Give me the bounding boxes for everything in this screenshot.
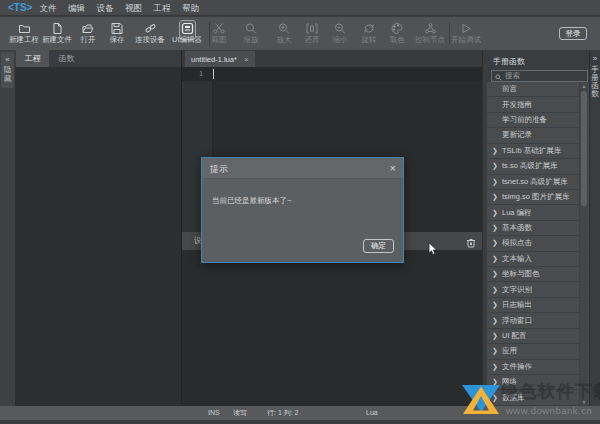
toolbar-button-start-debug[interactable]: 开始调试 bbox=[451, 21, 481, 44]
manual-panel: 手册函数 搜索 前言开发指南学习前的准备更新记录❯TSLib 基础扩展库❯ts.… bbox=[482, 50, 589, 406]
menu-item-4[interactable]: 工程 bbox=[153, 0, 170, 16]
ui-editor-icon bbox=[172, 21, 202, 34]
manual-list-item-7[interactable]: ❯tsimg.so 图片扩展库 bbox=[487, 190, 590, 205]
manual-scrollbar[interactable]: ▲ ▼ bbox=[579, 82, 588, 406]
manual-list-item-16[interactable]: ❯UI 配置 bbox=[487, 329, 590, 344]
toolbar-button-label: 打开 bbox=[81, 35, 96, 44]
manual-list-item-label: tsimg.so 图片扩展库 bbox=[502, 192, 570, 202]
chevron-right-icon: ❯ bbox=[492, 347, 498, 355]
toolbar-button-zoom-in[interactable]: 放大 bbox=[277, 21, 292, 44]
manual-list-item-17[interactable]: ❯应用 bbox=[487, 344, 590, 359]
chevron-right-icon: ❯ bbox=[492, 178, 498, 186]
manual-list-item-label: TSLib 基础扩展库 bbox=[502, 146, 561, 156]
manual-list-item-8[interactable]: ❯Lua 编程 bbox=[487, 205, 590, 220]
collapse-left-panel-button[interactable]: « 隐藏 bbox=[1, 52, 14, 88]
menu-item-2[interactable]: 设备 bbox=[96, 0, 113, 16]
chevron-right-icon: ❯ bbox=[492, 317, 498, 325]
manual-list: 前言开发指南学习前的准备更新记录❯TSLib 基础扩展库❯ts.so 高级扩展库… bbox=[487, 82, 590, 406]
new-file-icon bbox=[42, 21, 72, 34]
toolbar-button-restore[interactable]: 还原 bbox=[305, 21, 320, 44]
save-icon bbox=[110, 21, 125, 34]
scrollbar-thumb[interactable] bbox=[581, 91, 587, 206]
update-dialog: 提示 × 当前已经是最新版本了~ 确定 bbox=[201, 157, 404, 263]
open-icon bbox=[81, 21, 96, 34]
toolbar-button-label: 新建文件 bbox=[42, 35, 72, 44]
dialog-ok-button[interactable]: 确定 bbox=[363, 239, 394, 253]
toolbar-button-zoom[interactable]: 缩放 bbox=[244, 21, 259, 44]
toolbar-button-zoom-out[interactable]: 缩小 bbox=[333, 21, 348, 44]
screenshot-icon bbox=[212, 21, 227, 34]
menu-item-0[interactable]: 文件 bbox=[39, 0, 56, 16]
login-button[interactable]: 登录 bbox=[559, 27, 587, 40]
manual-list-item-3[interactable]: 更新记录 bbox=[487, 128, 590, 143]
manual-list-item-label: 日志输出 bbox=[502, 300, 532, 310]
toolbar-button-label: 截图 bbox=[212, 35, 227, 44]
manual-list-item-6[interactable]: ❯tsnet.so 高级扩展库 bbox=[487, 175, 590, 190]
close-tab-icon[interactable]: × bbox=[244, 55, 249, 64]
watermark-logo bbox=[461, 382, 501, 420]
project-panel-tab-0[interactable]: 工程 bbox=[16, 50, 49, 67]
toolbar-button-new-file[interactable]: 新建文件 bbox=[42, 21, 72, 44]
toolbar-button-screenshot[interactable]: 截图 bbox=[212, 21, 227, 44]
toolbar-separator bbox=[449, 22, 450, 45]
toolbar-button-label: 新建工程 bbox=[9, 35, 39, 44]
cursor-position-indicator: 行: 1 列: 2 bbox=[267, 406, 299, 420]
editor-tab-title: untitled-1.lua* bbox=[191, 55, 237, 64]
editor-tab-untitled[interactable]: untitled-1.lua* × bbox=[185, 51, 255, 67]
manual-list-item-1[interactable]: 开发指南 bbox=[487, 97, 590, 112]
toolbar-button-color-picker[interactable]: 取色 bbox=[390, 21, 405, 44]
toolbar-button-rotate[interactable]: 旋转 bbox=[362, 21, 377, 44]
manual-list-item-2[interactable]: 学习前的准备 bbox=[487, 113, 590, 128]
manual-list-item-5[interactable]: ❯ts.so 高级扩展库 bbox=[487, 159, 590, 174]
project-panel-tabbar: 工程函数 bbox=[15, 50, 181, 67]
bottom-strip bbox=[0, 420, 600, 424]
clear-output-icon[interactable] bbox=[465, 235, 477, 247]
manual-list-item-label: 浮动窗口 bbox=[502, 316, 532, 326]
manual-panel-header: 手册函数 bbox=[483, 50, 589, 68]
zoom-icon bbox=[244, 21, 259, 34]
menu-item-5[interactable]: 帮助 bbox=[182, 0, 199, 16]
dialog-close-icon[interactable]: × bbox=[390, 158, 396, 179]
zoom-out-icon bbox=[333, 21, 348, 34]
toolbar-button-open[interactable]: 打开 bbox=[81, 21, 96, 44]
manual-list-item-10[interactable]: ❯模拟点击 bbox=[487, 236, 590, 251]
rotate-icon bbox=[362, 21, 377, 34]
toolbar-button-connect-device[interactable]: 连接设备 bbox=[135, 21, 165, 44]
toolbar-button-label: 缩放 bbox=[244, 35, 259, 44]
manual-list-item-14[interactable]: ❯日志输出 bbox=[487, 298, 590, 313]
manual-list-item-4[interactable]: ❯TSLib 基础扩展库 bbox=[487, 144, 590, 159]
manual-list-item-label: tsnet.so 高级扩展库 bbox=[502, 177, 568, 187]
chevron-right-icon: ❯ bbox=[492, 193, 498, 201]
menu-item-1[interactable]: 编辑 bbox=[68, 0, 85, 16]
manual-search-input[interactable]: 搜索 bbox=[491, 70, 588, 82]
manual-list-item-label: 基本函数 bbox=[502, 223, 532, 233]
toolbar-button-save[interactable]: 保存 bbox=[110, 21, 125, 44]
manual-list-item-0[interactable]: 前言 bbox=[487, 82, 590, 97]
toolbar-button-new-project[interactable]: 新建工程 bbox=[9, 21, 39, 44]
manual-list-item-13[interactable]: ❯文字识别 bbox=[487, 282, 590, 297]
manual-list-item-18[interactable]: ❯文件操作 bbox=[487, 360, 590, 375]
right-rail: » 手册函数 bbox=[589, 50, 600, 406]
watermark-site-text: www.downbank.cn bbox=[506, 405, 592, 416]
manual-list-item-12[interactable]: ❯坐标与图色 bbox=[487, 267, 590, 282]
manual-list-item-9[interactable]: ❯基本函数 bbox=[487, 221, 590, 236]
toolbar-button-control-node[interactable]: 控制节点 bbox=[415, 21, 445, 44]
menu-item-3[interactable]: 视图 bbox=[125, 0, 142, 16]
editor-current-line[interactable] bbox=[182, 67, 482, 81]
chevron-double-right-icon[interactable]: » bbox=[590, 53, 600, 65]
scroll-up-icon[interactable]: ▲ bbox=[580, 82, 588, 90]
chevron-double-left-icon: « bbox=[1, 54, 14, 65]
project-panel: 工程函数 bbox=[15, 50, 181, 406]
project-panel-tab-1[interactable]: 函数 bbox=[50, 50, 83, 67]
manual-list-item-label: 坐标与图色 bbox=[502, 269, 540, 279]
chevron-right-icon: ❯ bbox=[492, 363, 498, 371]
toolbar-separator bbox=[209, 22, 210, 45]
manual-list-item-15[interactable]: ❯浮动窗口 bbox=[487, 313, 590, 328]
toolbar-button-ui-editor[interactable]: UI编辑器 bbox=[172, 21, 202, 44]
chevron-right-icon: ❯ bbox=[492, 147, 498, 155]
manual-list-item-11[interactable]: ❯文本输入 bbox=[487, 252, 590, 267]
watermark-ghost-text: 绿色软件下载 bbox=[501, 380, 600, 403]
search-placeholder: 搜索 bbox=[505, 71, 520, 81]
manual-list-item-label: 文件操作 bbox=[502, 362, 532, 372]
dialog-titlebar: 提示 × bbox=[202, 158, 403, 179]
